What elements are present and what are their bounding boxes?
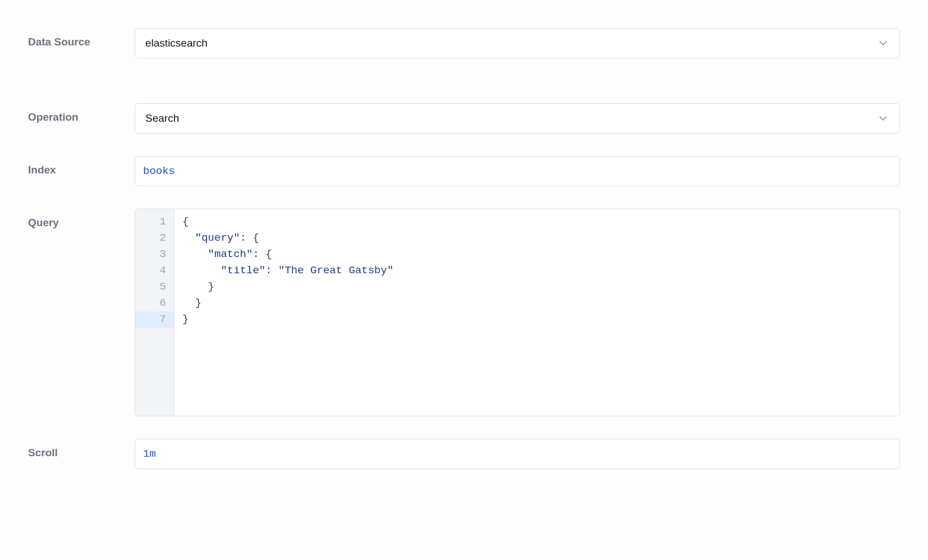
label-col: Operation xyxy=(28,103,135,123)
label-col: Data Source xyxy=(28,28,135,48)
row-index: Index xyxy=(28,156,900,186)
editor-code[interactable]: { "query": { "match": { "title": "The Gr… xyxy=(174,209,899,416)
line-number: 3 xyxy=(135,246,166,263)
index-input[interactable] xyxy=(135,156,900,186)
data-source-select[interactable]: elasticsearch xyxy=(135,28,900,58)
operation-value: Search xyxy=(145,112,179,125)
line-number: 4 xyxy=(135,263,166,279)
row-scroll: Scroll xyxy=(28,439,900,469)
scroll-label: Scroll xyxy=(28,447,58,458)
label-col: Query xyxy=(28,209,135,229)
data-source-label: Data Source xyxy=(28,36,90,48)
chevron-down-icon xyxy=(877,112,889,125)
query-editor[interactable]: 1234567 { "query": { "match": { "title":… xyxy=(135,209,900,416)
line-number: 5 xyxy=(135,279,166,295)
label-col: Index xyxy=(28,156,135,176)
scroll-input[interactable] xyxy=(135,439,900,469)
input-col xyxy=(135,439,900,469)
editor-gutter: 1234567 xyxy=(135,209,174,416)
line-number: 1 xyxy=(135,214,166,230)
label-col: Scroll xyxy=(28,439,135,459)
form-container: Data Source elasticsearch Operation Sear… xyxy=(0,0,928,520)
line-number: 2 xyxy=(135,230,166,246)
operation-select[interactable]: Search xyxy=(135,103,900,134)
index-label: Index xyxy=(28,164,56,176)
line-number: 6 xyxy=(135,295,166,311)
row-data-source: Data Source elasticsearch xyxy=(28,28,900,58)
data-source-value: elasticsearch xyxy=(145,37,208,49)
row-operation: Operation Search xyxy=(28,103,900,134)
input-col: 1234567 { "query": { "match": { "title":… xyxy=(135,209,900,416)
chevron-down-icon xyxy=(877,37,889,49)
input-col: elasticsearch xyxy=(135,28,900,58)
query-label: Query xyxy=(28,217,59,228)
input-col xyxy=(135,156,900,186)
row-query: Query 1234567 { "query": { "match": { "t… xyxy=(28,209,900,416)
line-number: 7 xyxy=(135,311,174,328)
operation-label: Operation xyxy=(28,111,79,123)
input-col: Search xyxy=(135,103,900,134)
